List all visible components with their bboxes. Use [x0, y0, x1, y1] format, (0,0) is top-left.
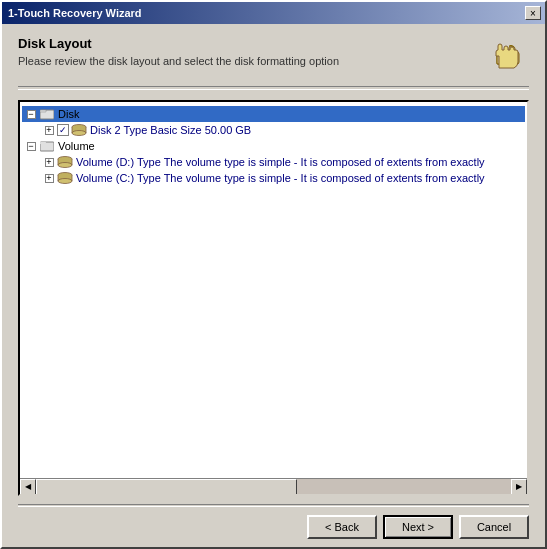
expand-icon-disk2[interactable]: + [42, 123, 56, 137]
expand-icon-volume-c[interactable]: + [42, 171, 56, 185]
tree-item-volume-d[interactable]: + Volume (D:) Type The volume type is si… [22, 154, 525, 170]
header-divider-top [18, 86, 529, 87]
volume-folder-icon [39, 139, 55, 153]
tree-panel: − Disk + ✓ [18, 100, 529, 496]
expand-box-volume-root: − [27, 142, 36, 151]
horizontal-scrollbar: ◀ ▶ [20, 478, 527, 494]
button-row: < Back Next > Cancel [18, 515, 529, 539]
close-button[interactable]: × [525, 6, 541, 20]
next-button[interactable]: Next > [383, 515, 453, 539]
scroll-track[interactable] [36, 479, 511, 495]
svg-point-5 [72, 131, 86, 136]
expand-box-disk2: + [45, 126, 54, 135]
tree-item-disk2[interactable]: + ✓ Disk 2 Type Basic Size 50.00 GB [22, 122, 525, 138]
expand-box-volume-d: + [45, 158, 54, 167]
header-section: Disk Layout Please review the disk layou… [18, 36, 529, 76]
content-area: Disk Layout Please review the disk layou… [2, 24, 545, 547]
svg-rect-2 [40, 110, 46, 112]
svg-point-17 [58, 179, 72, 184]
bottom-divider-top [18, 504, 529, 505]
bottom-divider-bottom [18, 506, 529, 507]
hand-icon [489, 36, 529, 76]
tree-item-volume-c[interactable]: + Volume (C:) Type The volume type is si… [22, 170, 525, 186]
expand-icon-volume-d[interactable]: + [42, 155, 56, 169]
header-title: Disk Layout [18, 36, 489, 51]
header-subtitle: Please review the disk layout and select… [18, 55, 489, 67]
expand-box-volume-c: + [45, 174, 54, 183]
volume-root-label: Volume [58, 140, 95, 152]
back-button[interactable]: < Back [307, 515, 377, 539]
expand-icon-disk-root[interactable]: − [24, 107, 38, 121]
scroll-right-button[interactable]: ▶ [511, 479, 527, 495]
main-window: 1-Touch Recovery Wizard × Disk Layout Pl… [0, 0, 547, 549]
expand-box-disk-root: − [27, 110, 36, 119]
title-bar: 1-Touch Recovery Wizard × [2, 2, 545, 24]
tree-item-volume-root[interactable]: − Volume [22, 138, 525, 154]
disk-root-label: Disk [58, 108, 79, 120]
volume-d-label: Volume (D:) Type The volume type is simp… [76, 156, 485, 168]
volume-d-icon [57, 155, 73, 169]
expand-icon-volume-root[interactable]: − [24, 139, 38, 153]
disk-folder-icon [39, 107, 55, 121]
checkbox-disk2[interactable]: ✓ [57, 124, 69, 136]
bottom-section: < Back Next > Cancel [18, 504, 529, 539]
scroll-thumb[interactable] [36, 479, 297, 495]
window-title: 1-Touch Recovery Wizard [8, 7, 142, 19]
title-bar-buttons: × [525, 6, 541, 20]
svg-point-12 [58, 163, 72, 168]
disk2-label: Disk 2 Type Basic Size 50.00 GB [90, 124, 251, 136]
tree-content: − Disk + ✓ [20, 102, 527, 478]
header-divider-bottom [18, 89, 529, 90]
disk2-icon [71, 123, 87, 137]
volume-c-icon [57, 171, 73, 185]
scroll-left-button[interactable]: ◀ [20, 479, 36, 495]
header-text: Disk Layout Please review the disk layou… [18, 36, 489, 67]
cancel-button[interactable]: Cancel [459, 515, 529, 539]
tree-item-disk-root[interactable]: − Disk [22, 106, 525, 122]
svg-rect-9 [40, 142, 46, 144]
volume-c-label: Volume (C:) Type The volume type is simp… [76, 172, 485, 184]
